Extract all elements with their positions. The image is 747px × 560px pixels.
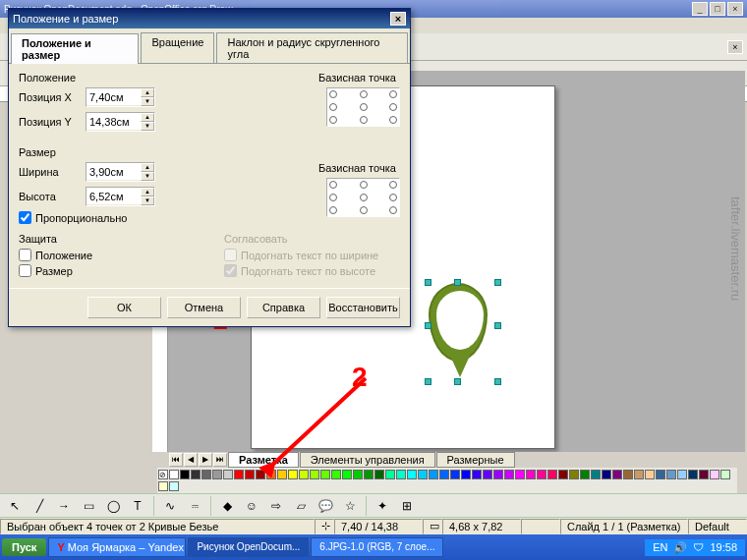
anchor-picker-size[interactable]: [326, 178, 400, 217]
dialog-titlebar[interactable]: Положение и размер ×: [9, 9, 410, 28]
color-swatch[interactable]: [677, 470, 687, 479]
color-swatch[interactable]: [342, 470, 352, 479]
color-swatch[interactable]: [645, 470, 655, 479]
color-swatch[interactable]: [472, 470, 482, 479]
resize-handle[interactable]: [425, 378, 431, 385]
color-swatch[interactable]: [223, 470, 233, 479]
selected-shape[interactable]: [429, 283, 497, 381]
color-swatch[interactable]: [385, 470, 395, 479]
color-swatch[interactable]: [483, 470, 492, 479]
color-swatch[interactable]: [234, 470, 244, 479]
color-swatch[interactable]: [526, 470, 536, 479]
taskbar-item[interactable]: 6.JPG-1.0 (RGB, 7 слое...: [311, 537, 443, 557]
star-tool-icon[interactable]: ☆: [339, 495, 361, 517]
height-field[interactable]: [86, 188, 141, 204]
color-swatch[interactable]: [364, 470, 374, 479]
resize-handle[interactable]: [425, 279, 431, 286]
ok-button[interactable]: ОК: [87, 297, 161, 318]
input-pos-y[interactable]: ▲▼: [86, 112, 155, 132]
color-swatch[interactable]: [407, 470, 417, 479]
anchor-picker-pos[interactable]: [326, 87, 400, 127]
color-swatch[interactable]: [212, 470, 222, 479]
tab-rotation[interactable]: Вращение: [141, 32, 214, 63]
spin-down[interactable]: ▼: [141, 172, 154, 181]
glue-tool-icon[interactable]: ⊞: [396, 495, 418, 517]
line-tool-icon[interactable]: ╱: [29, 495, 50, 517]
color-swatch[interactable]: [623, 470, 633, 479]
spin-up[interactable]: ▲: [141, 88, 154, 97]
color-swatch[interactable]: [266, 470, 276, 479]
input-pos-x[interactable]: ▲▼: [86, 87, 155, 107]
color-swatch[interactable]: [461, 470, 471, 479]
color-swatch[interactable]: [418, 470, 428, 479]
pos-x-field[interactable]: [86, 88, 141, 105]
shapes-tool-icon[interactable]: ◆: [216, 495, 238, 517]
text-tool-icon[interactable]: T: [127, 495, 148, 517]
color-swatch[interactable]: [299, 470, 309, 479]
spin-up[interactable]: ▲: [141, 163, 154, 172]
pear-shape[interactable]: [429, 283, 488, 362]
color-swatch[interactable]: [310, 470, 319, 479]
reset-button[interactable]: Восстановить: [326, 297, 400, 318]
color-swatch[interactable]: [634, 470, 644, 479]
points-tool-icon[interactable]: ✦: [372, 495, 393, 517]
tab-nav-last[interactable]: ⏭: [213, 453, 227, 467]
tray-icon[interactable]: 🔊: [673, 541, 687, 554]
tray-lang-icon[interactable]: EN: [653, 541, 667, 553]
flowchart-tool-icon[interactable]: ▱: [290, 495, 312, 517]
color-swatch[interactable]: [201, 470, 211, 479]
dialog-close-button[interactable]: ×: [390, 12, 406, 26]
resize-handle[interactable]: [494, 279, 501, 286]
checkbox-proportional[interactable]: Пропорционально: [19, 211, 289, 224]
tray-clock[interactable]: 19:58: [710, 541, 737, 553]
prop-check[interactable]: [19, 211, 31, 224]
tab-nav-next[interactable]: ▶: [199, 453, 212, 467]
color-swatch[interactable]: [710, 470, 719, 479]
tray-icon[interactable]: 🛡: [693, 541, 704, 553]
color-swatch[interactable]: [277, 470, 287, 479]
resize-handle[interactable]: [494, 322, 501, 329]
color-swatch[interactable]: [580, 470, 590, 479]
tab-position-size[interactable]: Положение и размер: [11, 33, 139, 64]
doc-close-button[interactable]: ×: [727, 40, 743, 54]
color-swatch[interactable]: [699, 470, 709, 479]
spin-up[interactable]: ▲: [141, 188, 154, 196]
cancel-button[interactable]: Отмена: [167, 297, 241, 318]
spin-down[interactable]: ▼: [141, 97, 154, 106]
color-swatch[interactable]: [320, 470, 330, 479]
callout-tool-icon[interactable]: 💬: [315, 495, 336, 517]
color-swatch[interactable]: [353, 470, 363, 479]
resize-handle[interactable]: [454, 279, 461, 286]
color-swatch[interactable]: [396, 470, 406, 479]
color-swatch[interactable]: [245, 470, 255, 479]
color-swatch[interactable]: [374, 470, 384, 479]
layer-tab-layout[interactable]: Разметка: [228, 452, 299, 468]
width-field[interactable]: [86, 163, 141, 180]
taskbar-item[interactable]: Рисунок OpenDocum...: [188, 537, 309, 557]
color-swatch[interactable]: [515, 470, 525, 479]
resize-handle[interactable]: [454, 378, 461, 385]
start-button[interactable]: Пуск: [2, 538, 46, 556]
color-swatch[interactable]: [256, 470, 265, 479]
color-swatch[interactable]: [158, 481, 168, 491]
color-swatch[interactable]: [180, 470, 190, 479]
system-tray[interactable]: EN 🔊 🛡 19:58: [645, 539, 745, 556]
color-swatch[interactable]: [169, 470, 179, 479]
rect-tool-icon[interactable]: ▭: [78, 495, 99, 517]
checkbox-protect-pos[interactable]: Положение: [19, 249, 195, 261]
color-swatch[interactable]: [612, 470, 622, 479]
color-swatch[interactable]: [547, 470, 557, 479]
spin-down[interactable]: ▼: [141, 122, 154, 131]
arrows-tool-icon[interactable]: ⇨: [265, 495, 287, 517]
checkbox-protect-size[interactable]: Размер: [19, 264, 195, 277]
color-swatch[interactable]: [569, 470, 579, 479]
color-swatch[interactable]: [537, 470, 546, 479]
tab-nav-prev[interactable]: ◀: [184, 453, 198, 467]
symbol-tool-icon[interactable]: ☺: [241, 495, 262, 517]
status-zoom[interactable]: [521, 519, 560, 534]
color-swatch[interactable]: [602, 470, 611, 479]
color-swatch[interactable]: [720, 470, 730, 479]
color-swatch[interactable]: [169, 481, 179, 491]
help-button[interactable]: Справка: [247, 297, 320, 318]
spin-down[interactable]: ▼: [141, 196, 154, 205]
